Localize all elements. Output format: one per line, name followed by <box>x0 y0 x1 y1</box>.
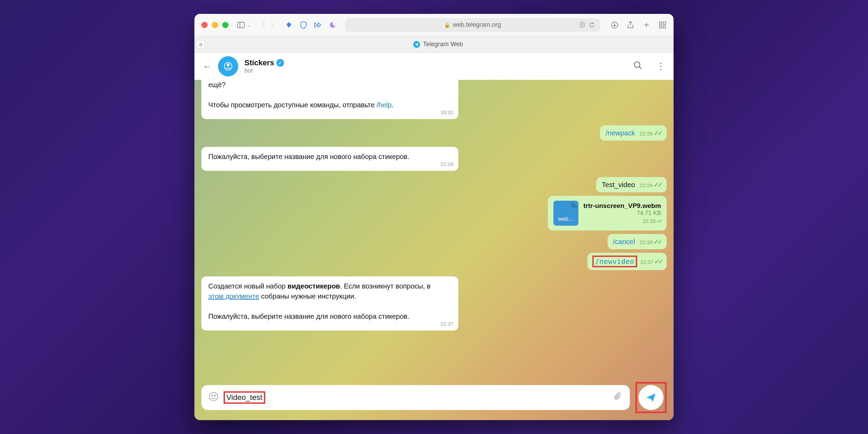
attach-icon[interactable] <box>613 392 623 404</box>
svg-point-16 <box>212 395 213 396</box>
extension-diamond-icon[interactable] <box>285 21 293 29</box>
tabs-grid-icon[interactable] <box>658 21 667 29</box>
send-button[interactable] <box>639 385 663 410</box>
sidebar-chevron-icon[interactable]: ⌄ <box>247 22 251 28</box>
newpack-command: /newpack <box>606 129 635 137</box>
address-bar[interactable]: 🔒 web.telegram.org <box>345 18 600 32</box>
browser-toolbar: ⌄ 〈 〉 🔒 web.telegram.org <box>194 14 674 36</box>
message-time: 16:31 <box>440 109 453 116</box>
search-icon[interactable] <box>633 61 642 72</box>
chat-header: ← Stickers ✓ bot ⋮ <box>194 53 674 80</box>
cancel-command: /cancel <box>613 238 635 245</box>
more-menu-icon[interactable]: ⋮ <box>656 61 665 72</box>
read-checks-icon: ✓✓ <box>654 258 662 265</box>
svg-rect-7 <box>659 22 662 24</box>
message-in[interactable]: ещё? Чтобы просмотреть доступные команды… <box>201 80 458 119</box>
svg-rect-8 <box>663 22 666 24</box>
verified-badge-icon: ✓ <box>276 59 284 67</box>
message-out[interactable]: /newpack 22:26✓✓ <box>600 125 667 141</box>
url-text: web.telegram.org <box>453 21 501 28</box>
extension-shield-icon[interactable] <box>299 21 308 29</box>
message-input-box[interactable]: Video_test <box>201 385 630 410</box>
newvideo-command: /newvideo <box>595 257 634 266</box>
pinned-tab-icon[interactable]: ◇ <box>197 40 205 49</box>
lock-icon: 🔒 <box>444 22 450 28</box>
back-arrow-button[interactable]: ← <box>203 61 212 72</box>
file-type-icon: web… <box>553 201 578 226</box>
message-time: 22:26 <box>440 160 453 168</box>
help-command-link[interactable]: /help <box>376 101 391 109</box>
forward-button[interactable]: 〉 <box>270 20 278 30</box>
telegram-icon <box>413 41 420 48</box>
message-input[interactable]: Video_test <box>224 391 608 404</box>
tab-title[interactable]: Telegram Web <box>205 41 671 48</box>
chat-body: ещё? Чтобы просмотреть доступные команды… <box>194 80 674 420</box>
annotation-highlight: /newvideo <box>592 256 637 267</box>
back-button[interactable]: 〈 <box>258 20 265 30</box>
svg-point-13 <box>634 62 640 67</box>
maximize-window-button[interactable] <box>222 22 228 28</box>
close-window-button[interactable] <box>201 22 208 28</box>
svg-point-15 <box>209 392 218 401</box>
svg-rect-0 <box>237 22 244 28</box>
message-out[interactable]: /cancel 22:35✓✓ <box>608 234 667 249</box>
svg-rect-9 <box>659 26 662 28</box>
annotation-highlight <box>635 382 667 413</box>
emoji-icon[interactable] <box>208 391 219 404</box>
file-size: 74.71 KB <box>583 210 661 217</box>
svg-rect-10 <box>663 26 666 28</box>
window-controls <box>201 22 228 28</box>
svg-point-12 <box>227 64 229 66</box>
read-checks-icon: ✓✓ <box>653 238 661 245</box>
read-checks-icon: ✓✓ <box>656 218 661 224</box>
message-time: 22:37 <box>440 320 453 328</box>
message-out-highlighted[interactable]: /newvideo 22:37✓✓ <box>587 253 667 270</box>
new-tab-icon[interactable]: + <box>642 21 651 29</box>
tab-bar: ◇ Telegram Web <box>194 36 674 53</box>
chat-avatar[interactable] <box>218 56 238 76</box>
minimize-window-button[interactable] <box>212 22 218 28</box>
file-name: trtr-unscreen_VP9.webm <box>583 202 661 210</box>
reader-reload-icons[interactable] <box>580 22 595 28</box>
read-checks-icon: ✓✓ <box>653 181 661 189</box>
message-in[interactable]: Создается новый набор видеостикеров. Есл… <box>201 276 458 331</box>
download-icon[interactable] <box>610 21 619 29</box>
extension-fastforward-icon[interactable] <box>314 21 322 29</box>
sidebar-icon[interactable] <box>237 21 245 29</box>
chat-subtitle: bot <box>244 67 619 74</box>
svg-line-14 <box>639 67 641 69</box>
doc-link[interactable]: этом документе <box>208 292 259 300</box>
browser-window: ⌄ 〈 〉 🔒 web.telegram.org <box>194 14 674 420</box>
message-in[interactable]: Пожалуйста, выберите название для нового… <box>201 147 458 171</box>
message-list[interactable]: ещё? Чтобы просмотреть доступные команды… <box>201 80 667 382</box>
message-file-out[interactable]: web… trtr-unscreen_VP9.webm 74.71 KB 22:… <box>548 196 667 231</box>
share-icon[interactable] <box>626 21 635 29</box>
annotation-highlight: Video_test <box>224 391 265 404</box>
chat-name: Stickers <box>244 58 274 67</box>
svg-point-17 <box>215 395 216 396</box>
message-input-area: Video_test <box>201 382 667 413</box>
message-out[interactable]: Test_video 22:26✓✓ <box>596 177 667 192</box>
extension-moon-icon[interactable] <box>328 21 337 29</box>
read-checks-icon: ✓✓ <box>653 129 661 137</box>
chat-info[interactable]: Stickers ✓ bot <box>244 58 619 74</box>
